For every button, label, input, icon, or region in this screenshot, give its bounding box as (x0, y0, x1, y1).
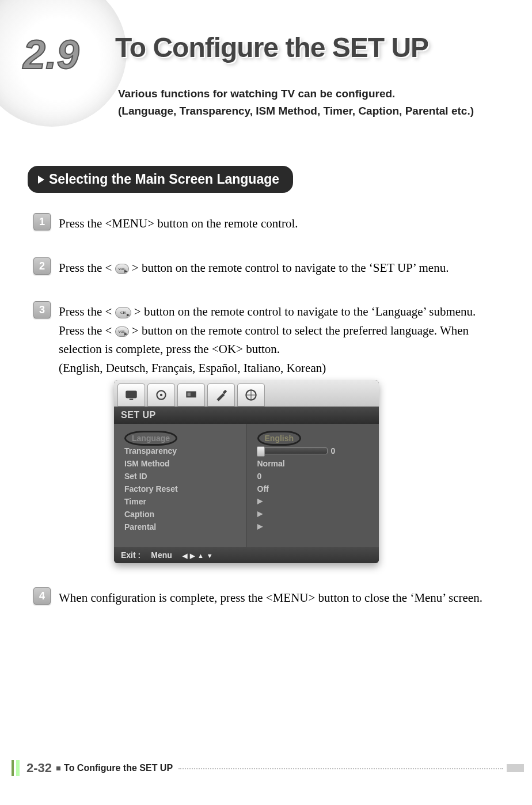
step-badge-2: 2 (33, 257, 51, 275)
osd-value-factory: Off (257, 483, 371, 495)
page-footer: 2-32 To Configure the SET UP (12, 760, 524, 776)
osd-item-factory: Factory Reset (124, 483, 238, 495)
osd-tab-setup-icon (207, 383, 235, 407)
osd-tab-picture-icon (117, 383, 145, 407)
footer-dots (178, 768, 503, 769)
step-3: 3 Press the < CH > button on the remote … (33, 301, 500, 377)
svg-rect-1 (130, 399, 134, 400)
step-3-languages: (English, Deutsch, Français, Español, It… (59, 359, 500, 378)
svg-rect-0 (126, 390, 137, 398)
footer-title: To Configure the SET UP (64, 763, 173, 773)
osd-tab-row (114, 380, 379, 407)
osd-item-setid: Set ID (124, 470, 238, 483)
subtitle-line-1: Various functions for watching TV can be… (118, 85, 474, 102)
footer-bar-icon (16, 760, 20, 776)
step-1: 1 Press the <MENU> button on the remote … (33, 213, 500, 233)
step-badge-4: 4 (33, 587, 51, 605)
osd-values: English 0 Normal 0 Off (247, 424, 379, 547)
osd-item-parental: Parental (124, 521, 238, 533)
osd-item-transparency: Transparency (124, 445, 238, 457)
footer-bar-icon (12, 760, 14, 776)
osd-value-language: English (257, 431, 302, 446)
step-4: 4 When configuration is complete, press … (33, 587, 500, 607)
osd-footer-arrows-icon (183, 550, 214, 560)
section-number: 2.9 (23, 32, 79, 78)
footer-page-number: 2-32 (26, 761, 52, 776)
osd-value-setid: 0 (257, 470, 371, 483)
osd-tab-extra-icon (237, 383, 265, 407)
vol-right-button-icon: VOL (115, 264, 129, 274)
ch-down-button-icon: CH (115, 307, 131, 318)
svg-rect-6 (223, 390, 227, 394)
step-1-text: Press the <MENU> button on the remote co… (59, 213, 500, 233)
osd-footer: Exit : Menu (114, 547, 379, 563)
osd-menu-figure: SET UP Language Transparency ISM Method … (114, 380, 379, 563)
osd-menu-list: Language Transparency ISM Method Set ID … (114, 424, 247, 547)
osd-value-transparency: 0 (257, 445, 371, 457)
osd-item-ism: ISM Method (124, 457, 238, 470)
step-badge-3: 3 (33, 301, 51, 318)
osd-arrow-timer-icon (257, 495, 371, 508)
osd-value-ism: Normal (257, 457, 371, 470)
osd-arrow-caption-icon (257, 508, 371, 521)
step-4-text: When configuration is complete, press th… (59, 587, 500, 607)
footer-bullet-icon (56, 766, 60, 770)
osd-footer-exit: Exit : (121, 550, 140, 560)
vol-right-button-icon: VOL (115, 326, 129, 337)
svg-rect-5 (188, 393, 191, 397)
step-3-text: Press the < CH > button on the remote co… (59, 301, 500, 377)
osd-arrow-parental-icon (257, 521, 371, 533)
svg-point-3 (160, 394, 162, 396)
page-subtitle: Various functions for watching TV can be… (118, 85, 474, 120)
osd-item-language: Language (124, 431, 177, 446)
step-badge-1: 1 (33, 213, 51, 230)
osd-tab-screen-icon (177, 383, 205, 407)
step-2: 2 Press the < VOL > button on the remote… (33, 257, 500, 278)
osd-item-timer: Timer (124, 495, 238, 508)
heading-text: Selecting the Main Screen Language (49, 172, 279, 187)
heading-arrow-icon (38, 176, 44, 184)
section-heading: Selecting the Main Screen Language (28, 166, 293, 193)
osd-footer-menu: Menu (151, 550, 172, 560)
osd-tab-sound-icon (147, 383, 175, 407)
osd-item-caption: Caption (124, 508, 238, 521)
step-2-text: Press the < VOL > button on the remote c… (59, 257, 500, 278)
subtitle-line-2: (Language, Transparency, ISM Method, Tim… (118, 102, 474, 120)
osd-title: SET UP (114, 407, 379, 424)
footer-end-block (507, 764, 524, 772)
page-title: To Configure the SET UP (115, 32, 428, 63)
